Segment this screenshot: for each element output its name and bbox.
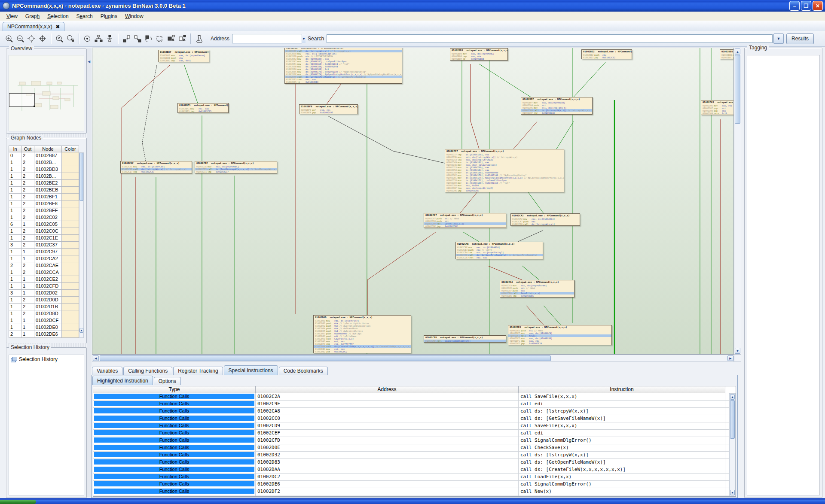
basic-block-node[interactable]: 01002CFDnotepad.exe : NPCommand(x,x,x)01…: [424, 335, 506, 343]
graph-vscroll-thumb[interactable]: [735, 55, 740, 124]
menu-search[interactable]: Search: [73, 12, 97, 20]
graph-scroll-right-icon[interactable]: ▶: [727, 355, 733, 361]
invert-selection-icon[interactable]: [143, 33, 154, 44]
graph-node-row[interactable]: 1101002C97: [9, 249, 83, 255]
graph-scroll-up-icon[interactable]: ▲: [735, 49, 740, 55]
tab-special-instructions[interactable]: Special Instructions: [224, 365, 278, 375]
instruction-row[interactable]: Function Calls01002CEFcall edi: [93, 430, 729, 437]
instruction-row[interactable]: Function Calls01002DF2call New(x): [93, 488, 729, 495]
menu-plugins[interactable]: Plugins: [97, 12, 121, 20]
column-header-color[interactable]: Color: [62, 146, 79, 152]
zoom-to-selection-icon[interactable]: [26, 33, 37, 44]
zoom-fit-icon[interactable]: [37, 33, 48, 44]
graph-canvas[interactable]: 01002B87notepad.exe : NPCommand(x,x,x)01…: [92, 48, 734, 355]
search-input[interactable]: [327, 34, 773, 43]
overview-viewport-handle[interactable]: [34, 106, 35, 107]
basic-block-node[interactable]: 01002BF8notepad.exe : NPCommand(x,x,x)01…: [299, 104, 358, 114]
proximity-browsing-icon[interactable]: [193, 33, 205, 44]
tab-calling-functions[interactable]: Calling Functions: [123, 367, 172, 375]
graph-node-row[interactable]: 3201002C37: [9, 242, 83, 249]
zoom-sticky-icon[interactable]: [65, 33, 76, 44]
graph-node-row[interactable]: 1101002CFD: [9, 283, 83, 290]
graph-node-row[interactable]: 1201002BFF: [9, 207, 83, 214]
overview-viewport[interactable]: [9, 93, 35, 107]
graph-node-row[interactable]: 3101002D02: [9, 290, 83, 297]
instruction-row[interactable]: Function Calls01002DE6call SignalCommDlg…: [93, 481, 729, 488]
select-region-icon[interactable]: [154, 33, 165, 44]
instruction-scroll-thumb[interactable]: [730, 400, 735, 439]
menu-window[interactable]: Window: [121, 12, 147, 20]
instruction-scroll-up-icon[interactable]: ▲: [730, 394, 735, 400]
close-button[interactable]: ✕: [813, 1, 823, 11]
instruction-table-header[interactable]: TypeAddressInstruction: [93, 386, 736, 393]
select-successors-icon[interactable]: [132, 33, 143, 44]
sidebar-collapse-icon[interactable]: ◀: [88, 60, 90, 64]
graph-node-row[interactable]: 0201002B87: [9, 152, 83, 159]
selection-history-item[interactable]: Selection History: [9, 355, 84, 364]
select-predecessors-icon[interactable]: [121, 33, 132, 44]
menu-view[interactable]: View: [3, 12, 21, 20]
start-button[interactable]: [0, 500, 36, 504]
center-node-icon[interactable]: [82, 33, 93, 44]
graph-node-row[interactable]: 1201002D8D: [9, 310, 83, 317]
graph-node-row[interactable]: 1201002D1B: [9, 304, 83, 310]
basic-block-node[interactable]: 01002BE2notepad.exe : NPCommand(x,x,x)01…: [581, 49, 632, 59]
menu-selection[interactable]: Selection: [43, 12, 72, 20]
instruction-row[interactable]: Function Calls01002C2Acall SaveFile(x,x,…: [93, 393, 729, 401]
graph-node-row[interactable]: 1201002C0C: [9, 228, 83, 235]
graph-node-row[interactable]: 1101002DCF: [9, 317, 83, 324]
graph-node-row[interactable]: 1201002D0D: [9, 297, 83, 304]
subtab-options[interactable]: Options: [154, 377, 181, 385]
tab-npcommand[interactable]: NPCommand(x,x,x) ✖: [3, 22, 64, 31]
graph-node-row[interactable]: 1201002BD3: [9, 166, 83, 173]
graph-scroll-down-icon[interactable]: ▼: [735, 348, 740, 354]
taskbar[interactable]: [0, 500, 825, 504]
tab-register-tracking[interactable]: Register Tracking: [173, 367, 223, 375]
instruction-row[interactable]: Function Calls01002CA8call ds: [lstrcpyW…: [93, 408, 729, 415]
basic-block-node[interactable]: 01002CA2notepad.exe : NPCommand(x,x,x)01…: [510, 213, 580, 226]
subtab-highlighted-instruction[interactable]: Highlighted Instruction: [92, 376, 153, 385]
graph-node-row[interactable]: 1101002CE2: [9, 276, 83, 283]
menu-graph[interactable]: Graph: [21, 12, 43, 20]
column-header-instruction[interactable]: Instruction: [519, 386, 725, 393]
graph-node-row[interactable]: 1201002C1E: [9, 235, 83, 242]
layout-tree-icon[interactable]: [104, 33, 115, 44]
tab-close-icon[interactable]: ✖: [56, 24, 60, 30]
column-header-in[interactable]: In: [9, 146, 21, 152]
basic-block-node[interactable]: 01002C05notepad.exe : NPCommand(x,x,x)01…: [701, 100, 734, 115]
basic-block-node[interactable]: 01002CAEnotepad.exe : NPCommand(x,x,x)01…: [455, 242, 543, 259]
basic-block-node[interactable]: 01002BD3notepad.exe : NPCommand(x,x,x)01…: [450, 48, 508, 61]
graph-node-row[interactable]: 1201002B...: [9, 173, 83, 180]
deselect-successors-icon[interactable]: [177, 33, 188, 44]
graph-hscrollbar[interactable]: ◀ ▶: [92, 355, 734, 362]
graph-nodes-scrollbar[interactable]: ▼: [79, 152, 84, 338]
instruction-row[interactable]: Function Calls01002D32call ds: [lstrcpyW…: [93, 452, 729, 459]
tagging-tree[interactable]: [747, 55, 820, 495]
column-header-node[interactable]: Node: [34, 146, 62, 152]
instruction-row[interactable]: Function Calls01002CD9call SaveFile(x,x,…: [93, 422, 729, 430]
graph-node-row[interactable]: 1201002BF8: [9, 200, 83, 207]
graph-vscrollbar[interactable]: ▲ ▼: [734, 48, 741, 355]
address-combobox[interactable]: ▼: [232, 34, 302, 43]
tab-variables[interactable]: Variables: [92, 367, 122, 375]
graph-node-row[interactable]: 1101002CA2: [9, 255, 83, 262]
basic-block-node[interactable]: 01002C37notepad.exe : NPCommand(x,x,x)01…: [445, 149, 564, 192]
graph-node-row[interactable]: 1201002BE2: [9, 180, 83, 187]
instruction-row[interactable]: Function Calls01002D83call ds: [GetOpenF…: [93, 459, 729, 466]
graph-scroll-left-icon[interactable]: ◀: [93, 355, 99, 361]
graph-nodes-scroll-thumb[interactable]: [79, 153, 83, 201]
restore-button[interactable]: ❐: [801, 1, 811, 11]
overview-minimap[interactable]: [9, 55, 84, 131]
basic-block-node[interactable]: 01002DE6notepad.exe : NPCommand(x,x,x)01…: [508, 325, 612, 345]
zoom-cancel-icon[interactable]: [54, 33, 65, 44]
column-header-type[interactable]: Type: [93, 386, 256, 393]
instruction-row[interactable]: Function Calls01002E09call ds: [CommDlgE…: [93, 495, 729, 496]
graph-node-row[interactable]: 1201002BF1: [9, 194, 83, 200]
graph-hscroll-thumb[interactable]: [100, 355, 551, 361]
search-dropdown-icon[interactable]: ▼: [773, 33, 784, 44]
results-button[interactable]: Results: [786, 33, 814, 44]
instruction-row[interactable]: Function Calls01002CC0call ds: [GetSaveF…: [93, 415, 729, 422]
instruction-row[interactable]: Function Calls01002DAAcall ds: [CreateFi…: [93, 466, 729, 474]
graph-node-row[interactable]: 2201002CAE: [9, 262, 83, 269]
layout-hierarchic-icon[interactable]: [93, 33, 104, 44]
